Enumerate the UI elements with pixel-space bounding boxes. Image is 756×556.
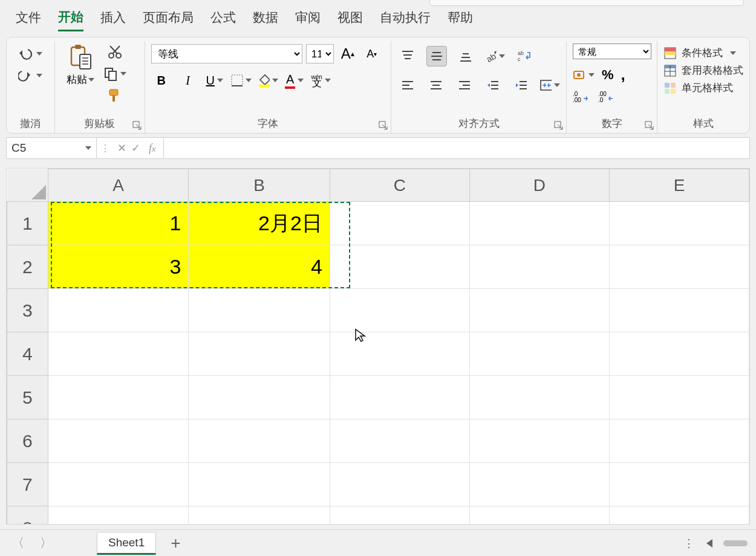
col-header-E[interactable]: E — [609, 169, 749, 202]
row-header-8[interactable]: 8 — [7, 506, 48, 525]
cell-C7[interactable] — [330, 463, 469, 506]
add-sheet-button[interactable]: + — [165, 534, 186, 553]
wrap-text-button[interactable]: abc — [513, 46, 534, 66]
cell-A1[interactable]: 1 — [48, 202, 188, 245]
align-center-button[interactable] — [426, 75, 446, 95]
col-header-B[interactable]: B — [189, 169, 330, 202]
accounting-button[interactable] — [573, 69, 595, 81]
row-header-1[interactable]: 1 — [7, 202, 48, 245]
percent-button[interactable]: % — [602, 67, 614, 83]
merge-button[interactable] — [539, 75, 560, 95]
cell-C2[interactable] — [330, 245, 469, 289]
cell-A4[interactable] — [48, 332, 188, 376]
cell-E8[interactable] — [609, 506, 749, 525]
align-right-button[interactable] — [454, 75, 474, 95]
row-header-7[interactable]: 7 — [7, 463, 48, 506]
cell-B1[interactable]: 2月2日 — [189, 202, 330, 245]
bold-button[interactable]: B — [151, 70, 172, 91]
number-format-select[interactable]: 常规 — [573, 44, 651, 59]
tab-options-button[interactable]: ⋮ — [683, 537, 696, 550]
increase-decimal-button[interactable]: .0.00 — [573, 90, 588, 102]
tab-view[interactable]: 视图 — [337, 9, 363, 30]
cell-D6[interactable] — [469, 419, 609, 463]
cell-B7[interactable] — [189, 463, 330, 506]
row-header-5[interactable]: 5 — [7, 376, 48, 419]
select-all-corner[interactable] — [7, 169, 48, 202]
row-header-6[interactable]: 6 — [7, 419, 48, 463]
cell-E3[interactable] — [609, 289, 749, 332]
font-launcher[interactable] — [379, 121, 388, 131]
tab-home[interactable]: 开始 — [58, 8, 83, 31]
redo-button[interactable] — [18, 69, 42, 82]
format-painter-button[interactable] — [107, 88, 123, 104]
cell-A3[interactable] — [48, 289, 188, 332]
cell-C5[interactable] — [330, 376, 469, 419]
paste-button[interactable]: 粘贴 — [67, 44, 94, 86]
cell-A8[interactable] — [48, 506, 188, 525]
increase-font-button[interactable]: A▴ — [337, 44, 358, 64]
tab-nav-next[interactable]: 〉 — [36, 532, 56, 554]
insert-function-button[interactable]: fx — [145, 142, 160, 155]
table-format-button[interactable]: 套用表格格式 — [663, 63, 743, 77]
conditional-format-button[interactable]: 条件格式 — [663, 46, 743, 60]
cell-C8[interactable] — [330, 506, 469, 525]
cell-styles-button[interactable]: 单元格样式 — [663, 81, 743, 95]
cancel-formula-button[interactable]: ✕ — [117, 141, 126, 155]
cell-A2[interactable]: 3 — [48, 245, 188, 289]
cell-D8[interactable] — [469, 506, 609, 525]
row-header-3[interactable]: 3 — [7, 289, 48, 332]
spreadsheet-grid[interactable]: A B C D E 1 1 2月2日 2 3 4 3 4 5 6 7 8 — [6, 168, 750, 525]
cell-E6[interactable] — [609, 419, 749, 463]
phonetic-button[interactable]: wén文 — [311, 70, 331, 91]
decrease-decimal-button[interactable]: .00.0 — [598, 90, 614, 102]
cell-A7[interactable] — [48, 463, 188, 506]
align-launcher[interactable] — [554, 121, 564, 131]
comma-button[interactable]: , — [621, 65, 625, 84]
cell-B5[interactable] — [189, 376, 330, 419]
cell-C1[interactable] — [330, 202, 469, 245]
cell-D1[interactable] — [469, 202, 609, 245]
italic-button[interactable]: I — [178, 70, 198, 91]
cell-E2[interactable] — [609, 245, 749, 289]
tab-data[interactable]: 数据 — [253, 9, 278, 30]
cell-D5[interactable] — [469, 376, 609, 419]
cut-button[interactable] — [108, 45, 122, 59]
cell-B4[interactable] — [189, 332, 330, 376]
fill-color-button[interactable] — [258, 70, 278, 91]
cell-E7[interactable] — [609, 463, 749, 506]
cell-C6[interactable] — [330, 419, 469, 463]
font-name-select[interactable]: 等线 — [151, 44, 302, 63]
clipboard-launcher[interactable] — [132, 121, 142, 131]
row-header-2[interactable]: 2 — [7, 245, 48, 289]
tab-nav-prev[interactable]: 〈 — [8, 532, 28, 554]
tab-automate[interactable]: 自动执行 — [380, 9, 431, 30]
cell-D3[interactable] — [469, 289, 609, 332]
cell-D2[interactable] — [469, 245, 609, 289]
font-color-button[interactable]: A — [284, 70, 305, 91]
decrease-indent-button[interactable] — [483, 75, 503, 95]
number-launcher[interactable] — [645, 121, 654, 131]
cell-E5[interactable] — [609, 376, 749, 419]
cell-B3[interactable] — [189, 289, 330, 332]
orientation-button[interactable]: ab — [484, 46, 505, 66]
cell-D4[interactable] — [469, 332, 609, 376]
sheet-tab-1[interactable]: Sheet1 — [97, 532, 156, 555]
borders-button[interactable] — [231, 70, 252, 91]
align-bottom-button[interactable] — [455, 46, 476, 66]
tab-formulas[interactable]: 公式 — [210, 9, 236, 30]
hscroll-thumb[interactable] — [723, 540, 748, 546]
underline-button[interactable]: U — [204, 70, 225, 91]
cell-B8[interactable] — [189, 506, 330, 525]
align-middle-button[interactable] — [426, 46, 447, 66]
search-box[interactable] — [429, 0, 744, 6]
name-box[interactable]: C5 — [6, 137, 97, 159]
col-header-D[interactable]: D — [469, 169, 609, 202]
tab-page-layout[interactable]: 页面布局 — [143, 9, 194, 30]
col-header-C[interactable]: C — [330, 169, 469, 202]
align-top-button[interactable] — [397, 46, 418, 66]
hscroll-left[interactable] — [706, 539, 712, 548]
increase-indent-button[interactable] — [511, 75, 531, 95]
cell-B2[interactable]: 4 — [189, 245, 330, 289]
tab-review[interactable]: 审阅 — [295, 9, 321, 30]
copy-button[interactable] — [103, 66, 126, 81]
